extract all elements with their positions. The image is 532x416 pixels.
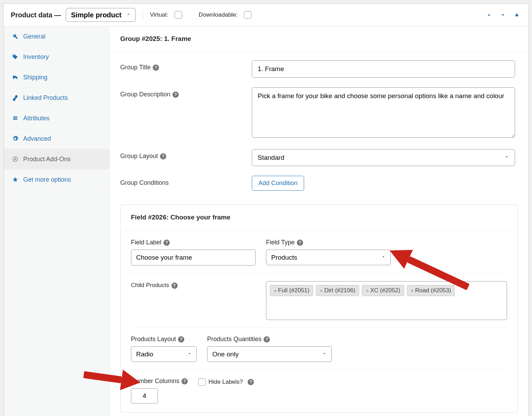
child-product-tag[interactable]: × Road (#2053) [407,285,455,296]
virtual-checkbox[interactable] [175,11,182,19]
gear-icon [11,135,19,142]
truck-icon [11,73,19,81]
move-up-icon[interactable] [485,10,494,19]
star-icon [11,176,19,183]
virtual-label: Virtual: [150,11,168,18]
products-layout-label: Products Layout [131,336,176,343]
child-product-tag[interactable]: × Full (#2051) [270,285,313,296]
tag-icon [11,53,19,61]
tab-label: Inventory [23,53,49,61]
product-data-tabs: General Inventory Shipping Linked Produc… [4,26,110,416]
group-description-textarea[interactable]: Pick a frame for your bike and choose so… [252,87,515,138]
help-icon[interactable]: ? [297,240,303,246]
group-heading: Group #2025: 1. Frame [110,26,528,52]
group-layout-label: Group Layout [120,153,158,159]
product-data-title: Product data — [11,11,61,19]
collapse-up-icon[interactable] [512,10,521,19]
tab-label: Get more options [23,176,71,183]
group-title-input[interactable] [252,60,515,78]
tab-label: Shipping [23,74,47,81]
remove-tag-icon[interactable]: × [366,288,369,294]
child-product-tag[interactable]: × XC (#2052) [362,285,404,296]
plus-circle-icon [11,155,19,163]
tab-product-addons[interactable]: Product Add-Ons [4,149,109,170]
tab-shipping[interactable]: Shipping [4,67,109,88]
number-columns-label: Number Columns [131,378,179,384]
field-label-input[interactable] [131,250,256,266]
group-layout-select[interactable]: Standard [252,149,515,166]
remove-tag-icon[interactable]: × [320,288,323,294]
tab-label: Linked Products [23,94,68,102]
field-type-select[interactable]: Products [266,250,391,265]
help-icon[interactable]: ? [178,336,184,343]
downloadable-checkbox[interactable] [244,11,251,19]
list-icon [11,114,19,122]
help-icon[interactable]: ? [248,379,254,385]
hide-labels-label: Hide Labels? [209,379,243,385]
group-conditions-label: Group Conditions [120,179,169,186]
tab-label: Product Add-Ons [23,156,71,163]
child-products-label: Child Products [131,282,169,288]
help-icon[interactable]: ? [264,336,270,343]
help-icon[interactable]: ? [160,153,166,159]
add-condition-button[interactable]: Add Condition [252,176,304,191]
tab-label: Attributes [23,115,50,122]
tab-label: Advanced [23,135,51,142]
help-icon[interactable]: ? [163,240,170,246]
products-quantities-select[interactable]: One only [207,346,332,362]
divider [143,10,143,20]
hide-labels-checkbox[interactable] [198,378,206,386]
field-type-label: Field Type [266,239,295,246]
tab-advanced[interactable]: Advanced [4,129,109,149]
product-data-header: Product data — Simple product Virtual: D… [4,4,528,26]
field-label-label: Field Label [131,239,161,246]
child-products-tagbox[interactable]: × Full (#2051)× Dirt (#2106)× XC (#2052)… [266,281,507,320]
field-heading: Field #2026: Choose your frame [121,205,517,230]
tab-linked-products[interactable]: Linked Products [4,88,109,108]
remove-tag-icon[interactable]: × [274,288,277,294]
child-product-tag[interactable]: × Dirt (#2106) [316,285,359,296]
tab-label: General [23,33,45,40]
tab-inventory[interactable]: Inventory [4,47,109,67]
move-down-icon[interactable] [498,10,507,19]
help-icon[interactable]: ? [172,92,179,98]
product-type-select[interactable]: Simple product [66,8,136,22]
group-title-label: Group Title [120,64,151,71]
number-columns-input[interactable] [131,388,158,404]
link-icon [11,94,19,102]
downloadable-label: Downloadable: [199,11,238,18]
group-description-label: Group Description [120,91,170,98]
products-quantities-label: Products Quantities [207,336,261,343]
remove-tag-icon[interactable]: × [411,288,414,294]
wrench-icon [11,33,19,40]
help-icon[interactable]: ? [153,64,159,71]
products-layout-select[interactable]: Radio [131,346,197,362]
help-icon[interactable]: ? [181,378,188,384]
help-icon[interactable]: ? [171,283,178,289]
tab-get-more-options[interactable]: Get more options [4,170,109,190]
field-box: Field #2026: Choose your frame Field Lab… [120,205,518,413]
tab-general[interactable]: General [4,26,109,47]
tab-attributes[interactable]: Attributes [4,108,109,129]
